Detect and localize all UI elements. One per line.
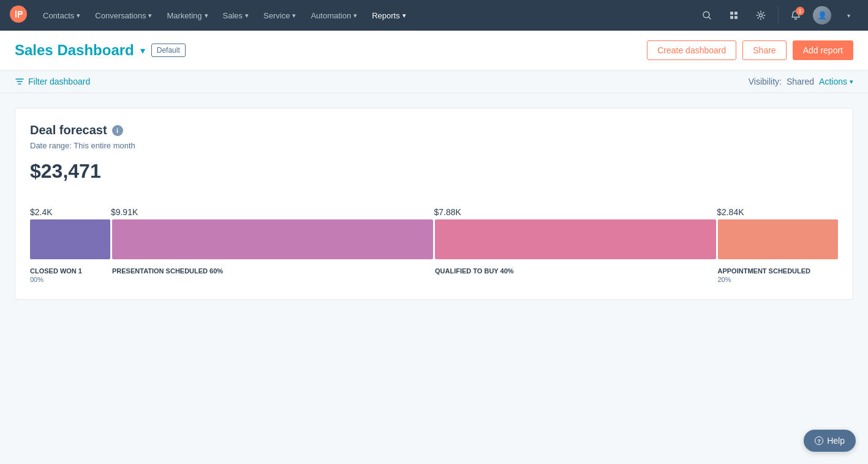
svg-point-6 xyxy=(760,14,763,17)
visibility-value: Shared xyxy=(787,77,814,86)
nav-reports[interactable]: Reports ▾ xyxy=(366,7,412,24)
bar-value-0: $2.4K xyxy=(30,207,111,217)
bar-segment-1 xyxy=(112,219,433,259)
bar-segment-2 xyxy=(435,219,716,259)
svg-rect-2 xyxy=(730,12,733,15)
share-button[interactable]: Share xyxy=(742,40,786,60)
settings-icon[interactable] xyxy=(751,6,771,25)
default-badge: Default xyxy=(151,44,186,57)
notifications-icon[interactable]: 1 xyxy=(786,6,806,25)
notification-count: 1 xyxy=(796,7,804,15)
bar-segment-3 xyxy=(718,219,839,259)
nav-automation[interactable]: Automation ▾ xyxy=(304,7,363,24)
nav-service[interactable]: Service ▾ xyxy=(257,7,302,24)
bar-label-1: PRESENTATION SCHEDULED 60% xyxy=(112,267,433,284)
main-content: Deal forecast i Date range: This entire … xyxy=(0,93,868,314)
top-navigation: Contacts ▾ Conversations ▾ Marketing ▾ S… xyxy=(0,0,868,31)
dashboard-actions: Create dashboard Share Add report xyxy=(647,40,853,60)
marketplace-icon[interactable] xyxy=(724,6,744,25)
bar-labels-row: CLOSED WON 100%PRESENTATION SCHEDULED 60… xyxy=(30,267,838,284)
hubspot-logo[interactable] xyxy=(10,6,27,25)
filter-bar: Filter dashboard Visibility: Shared Acti… xyxy=(0,70,868,93)
bar-label-0: CLOSED WON 100% xyxy=(30,267,110,284)
chevron-down-icon: ▾ xyxy=(245,12,249,20)
info-icon[interactable]: i xyxy=(112,125,123,136)
create-dashboard-button[interactable]: Create dashboard xyxy=(647,40,736,60)
actions-button[interactable]: Actions ▾ xyxy=(819,77,853,86)
search-icon[interactable] xyxy=(697,6,717,25)
dashboard-title: Sales Dashboard xyxy=(15,42,134,59)
bar-label-3: APPOINTMENT SCHEDULED20% xyxy=(718,267,839,284)
bar-label-2: QUALIFIED TO BUY 40% xyxy=(435,267,716,284)
nav-marketing[interactable]: Marketing ▾ xyxy=(160,7,214,24)
avatar[interactable]: 👤 xyxy=(813,6,831,25)
bar-chart-section: $2.4K$9.91K$7.88K$2.84K CLOSED WON 100%P… xyxy=(30,207,838,284)
chevron-down-icon: ▾ xyxy=(402,12,406,20)
bar-value-3: $2.84K xyxy=(717,207,838,217)
nav-right-icons: 1 👤 ▾ xyxy=(697,6,858,25)
date-range: Date range: This entire month xyxy=(30,141,838,150)
actions-chevron-icon: ▾ xyxy=(850,78,853,86)
nav-sales[interactable]: Sales ▾ xyxy=(217,7,255,24)
visibility-label: Visibility: xyxy=(749,77,782,86)
bars-row xyxy=(30,219,838,259)
filter-right: Visibility: Shared Actions ▾ xyxy=(749,77,853,86)
bar-segment-0 xyxy=(30,219,110,259)
dashboard-title-area: Sales Dashboard ▾ Default xyxy=(15,42,186,59)
account-dropdown-icon[interactable]: ▾ xyxy=(839,6,858,25)
card-title-row: Deal forecast i xyxy=(30,123,838,137)
total-value: $23,471 xyxy=(30,160,838,183)
dashboard-header: Sales Dashboard ▾ Default Create dashboa… xyxy=(0,31,868,70)
svg-rect-5 xyxy=(734,16,738,19)
nav-contacts[interactable]: Contacts ▾ xyxy=(37,7,86,24)
nav-divider xyxy=(778,7,779,24)
chevron-down-icon: ▾ xyxy=(205,12,208,20)
bar-value-2: $7.88K xyxy=(434,207,717,217)
svg-rect-3 xyxy=(734,12,738,15)
card-title: Deal forecast xyxy=(30,123,107,137)
bar-values-row: $2.4K$9.91K$7.88K$2.84K xyxy=(30,207,838,217)
chevron-down-icon: ▾ xyxy=(148,12,152,20)
filter-dashboard-button[interactable]: Filter dashboard xyxy=(15,77,90,86)
deal-forecast-card: Deal forecast i Date range: This entire … xyxy=(15,108,853,300)
chevron-down-icon: ▾ xyxy=(292,12,296,20)
dashboard-dropdown-icon[interactable]: ▾ xyxy=(140,45,145,56)
svg-rect-4 xyxy=(730,16,733,19)
nav-conversations[interactable]: Conversations ▾ xyxy=(89,7,158,24)
chevron-down-icon: ▾ xyxy=(353,12,357,20)
filter-icon xyxy=(15,77,25,86)
add-report-button[interactable]: Add report xyxy=(793,40,853,60)
bar-value-1: $9.91K xyxy=(111,207,434,217)
chevron-down-icon: ▾ xyxy=(77,12,80,20)
